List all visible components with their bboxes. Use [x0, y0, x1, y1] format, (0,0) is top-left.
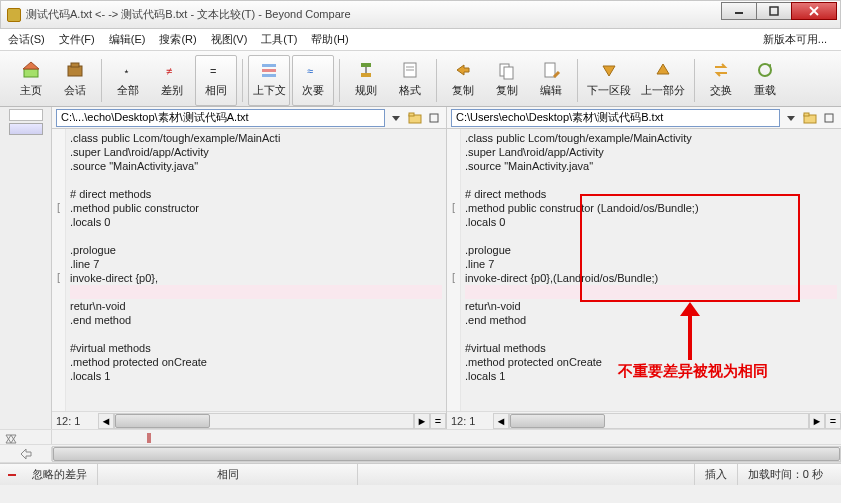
prev-section-button[interactable]: 上一部分 — [637, 55, 689, 106]
svg-marker-27 — [657, 64, 669, 74]
swap-button[interactable]: 交换 — [700, 55, 742, 106]
menu-view[interactable]: 视图(V) — [211, 32, 248, 47]
svg-rect-12 — [262, 69, 276, 72]
edit-button[interactable]: 编辑 — [530, 55, 572, 106]
dropdown-icon[interactable] — [783, 110, 799, 126]
scroll-right-icon[interactable]: ► — [414, 413, 430, 429]
svg-marker-26 — [603, 66, 615, 76]
scroll-left-icon[interactable]: ◄ — [493, 413, 509, 429]
home-button[interactable]: 主页 — [10, 55, 52, 106]
svg-rect-11 — [262, 64, 276, 67]
svg-marker-34 — [787, 116, 795, 121]
svg-rect-16 — [361, 73, 371, 77]
svg-rect-36 — [804, 113, 809, 116]
window-controls — [722, 2, 837, 20]
left-path-input[interactable] — [56, 109, 385, 127]
svg-rect-37 — [825, 114, 833, 122]
rules-button[interactable]: 规则 — [345, 55, 387, 106]
right-margin: [[ — [447, 129, 461, 411]
title-bar: 测试代码A.txt <- -> 测试代码B.txt - 文本比较(T) - Be… — [0, 0, 841, 29]
diff-button[interactable]: ≠差别 — [151, 55, 193, 106]
status-bar: 忽略的差异 相同 插入 加载时间：0 秒 — [0, 463, 841, 485]
maximize-button[interactable] — [756, 2, 792, 20]
window-title: 测试代码A.txt <- -> 测试代码B.txt - 文本比较(T) - Be… — [26, 7, 840, 22]
svg-rect-15 — [361, 63, 371, 67]
status-same: 相同 — [98, 464, 358, 485]
left-margin: [[ — [52, 129, 66, 411]
svg-rect-32 — [409, 113, 414, 116]
menu-tools[interactable]: 工具(T) — [261, 32, 297, 47]
copy-left-button[interactable]: 复制 — [442, 55, 484, 106]
menu-help[interactable]: 帮助(H) — [311, 32, 348, 47]
same-button[interactable]: =相同 — [195, 55, 237, 106]
svg-marker-5 — [23, 62, 39, 69]
left-scroll-track[interactable] — [114, 413, 414, 429]
scroll-right-icon[interactable]: ► — [809, 413, 825, 429]
session-tabs-gutter — [0, 107, 52, 429]
toolbar: 主页 会话 ⋆全部 ≠差别 =相同 上下文 ≈次要 规则 格式 复制 复制 编辑… — [0, 51, 841, 107]
svg-rect-1 — [770, 7, 778, 15]
status-insert: 插入 — [695, 464, 738, 485]
workspace: [[ .class public Lcom/tough/example/Main… — [0, 107, 841, 429]
svg-rect-4 — [24, 69, 38, 77]
next-section-button[interactable]: 下一区段 — [583, 55, 635, 106]
close-button[interactable] — [791, 2, 837, 20]
scroll-left-icon[interactable]: ◄ — [98, 413, 114, 429]
scroll-thumb[interactable] — [510, 414, 605, 428]
svg-text:≠: ≠ — [166, 65, 172, 77]
svg-rect-23 — [504, 67, 513, 79]
left-path-bar — [52, 107, 446, 129]
scroll-extra-icon[interactable]: = — [430, 413, 446, 429]
browse-icon[interactable] — [802, 110, 818, 126]
minimize-button[interactable] — [721, 2, 757, 20]
overview-tab[interactable] — [9, 123, 43, 135]
context-button[interactable]: 上下文 — [248, 55, 290, 106]
scroll-extra-icon[interactable]: = — [825, 413, 841, 429]
reload-button[interactable]: 重载 — [744, 55, 786, 106]
svg-rect-13 — [262, 74, 276, 77]
update-link[interactable]: 新版本可用... — [763, 32, 827, 47]
format-button[interactable]: 格式 — [389, 55, 431, 106]
right-scroll-track[interactable] — [509, 413, 809, 429]
menu-bar: 会话(S) 文件(F) 编辑(E) 搜索(R) 视图(V) 工具(T) 帮助(H… — [0, 29, 841, 51]
svg-marker-30 — [392, 116, 400, 121]
sessions-button[interactable]: 会话 — [54, 55, 96, 106]
left-scroll: 12: 1 ◄ ► = — [52, 411, 446, 429]
status-elapsed: 加载时间：0 秒 — [738, 464, 833, 485]
svg-rect-33 — [430, 114, 438, 122]
overview-strip[interactable] — [0, 429, 841, 445]
left-caret-pos: 12: 1 — [52, 415, 98, 427]
svg-marker-38 — [6, 435, 16, 443]
right-code[interactable]: .class public Lcom/tough/example/MainAct… — [461, 129, 841, 411]
right-scroll: 12: 1 ◄ ► = — [447, 411, 841, 429]
svg-rect-24 — [545, 63, 555, 77]
dropdown-icon[interactable] — [388, 110, 404, 126]
menu-edit[interactable]: 编辑(E) — [109, 32, 146, 47]
left-pane: [[ .class public Lcom/tough/example/Main… — [52, 107, 446, 429]
right-caret-pos: 12: 1 — [447, 415, 493, 427]
left-code[interactable]: .class public Lcom/tough/example/MainAct… — [66, 129, 446, 411]
right-path-input[interactable] — [451, 109, 780, 127]
svg-text:≈: ≈ — [307, 65, 313, 77]
svg-text:=: = — [210, 65, 216, 77]
expand-icon[interactable] — [426, 110, 442, 126]
all-button[interactable]: ⋆全部 — [107, 55, 149, 106]
right-pane: [[ .class public Lcom/tough/example/Main… — [446, 107, 841, 429]
status-ignore: 忽略的差异 — [22, 464, 98, 485]
svg-marker-21 — [457, 65, 469, 75]
scroll-thumb[interactable] — [115, 414, 210, 428]
copy-right-button[interactable]: 复制 — [486, 55, 528, 106]
overview-scroll[interactable] — [0, 445, 841, 463]
svg-text:⋆: ⋆ — [123, 65, 130, 77]
svg-marker-40 — [21, 449, 31, 459]
menu-file[interactable]: 文件(F) — [59, 32, 95, 47]
svg-marker-39 — [6, 435, 16, 443]
expand-icon[interactable] — [821, 110, 837, 126]
minor-button[interactable]: ≈次要 — [292, 55, 334, 106]
right-path-bar — [447, 107, 841, 129]
status-diff-icon — [8, 474, 16, 476]
menu-search[interactable]: 搜索(R) — [159, 32, 196, 47]
browse-icon[interactable] — [407, 110, 423, 126]
session-tab[interactable] — [9, 109, 43, 121]
menu-session[interactable]: 会话(S) — [8, 32, 45, 47]
